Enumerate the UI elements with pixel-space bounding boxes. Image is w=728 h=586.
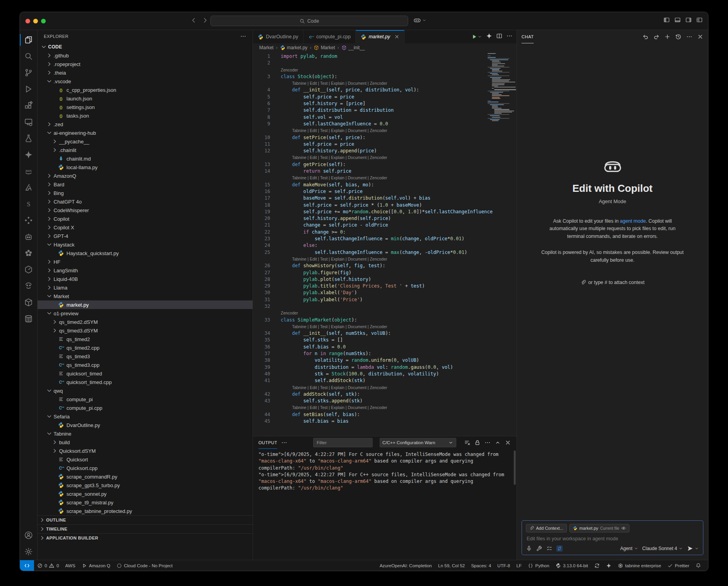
status-sparkle-status[interactable] (603, 560, 615, 571)
tree-file[interactable]: scrape_commandR.py (38, 472, 253, 481)
tree-folder[interactable]: LangSmith (38, 266, 253, 275)
breadcrumb-item[interactable]: Market (259, 45, 274, 50)
tree-folder[interactable]: Tabnine (38, 429, 253, 438)
status-aws[interactable]: AWS (62, 560, 79, 571)
tree-folder[interactable]: .zed (38, 120, 253, 129)
activity-container-tool[interactable] (20, 311, 38, 327)
navigate-back-icon[interactable] (190, 17, 197, 23)
tree-folder[interactable]: Copilot X (38, 223, 253, 232)
activity-testing[interactable] (20, 130, 38, 146)
eye-icon[interactable] (621, 526, 626, 531)
breadcrumb-item[interactable]: __init__ (341, 45, 365, 50)
tree-folder[interactable]: __pycache__ (38, 137, 253, 146)
codelens-row[interactable]: Tabnine | Edit | Test | Explain | Docume… (253, 256, 516, 263)
tree-folder[interactable]: Bing (38, 189, 253, 197)
tree-file[interactable]: compute_pi (38, 395, 253, 404)
status-tabnine[interactable]: tabnine enterprise (615, 560, 664, 571)
activity-aws-toolkit[interactable]: aws (20, 163, 38, 179)
activity-hex-tool[interactable] (20, 261, 38, 278)
model-picker[interactable]: Claude Sonnet 4 (642, 546, 683, 551)
customize-layout-icon[interactable] (696, 17, 703, 23)
close-chat-icon[interactable] (697, 34, 703, 40)
tree-folder[interactable]: .theia (38, 68, 253, 77)
tree-file[interactable]: quicksort_timed (38, 369, 253, 378)
run-python-file-button[interactable] (471, 34, 482, 40)
tree-folder[interactable]: qs_timed3.dSYM (38, 326, 253, 335)
tree-file[interactable]: {}c_cpp_properties.json (38, 86, 253, 94)
activity-search[interactable] (20, 48, 38, 64)
lock-scrolling-icon[interactable] (474, 440, 481, 446)
output-log[interactable]: "o-time">[6/9/2025, 4:22:27 PM] For C so… (253, 449, 516, 560)
tree-folder[interactable]: Quicksort.dSYM (38, 447, 253, 455)
sidebar-section-timeline[interactable]: TIMELINE (38, 524, 253, 533)
activity-smiley-assistant[interactable] (20, 278, 38, 294)
codelens-row[interactable]: Tabnine | Edit | Test | Explain | Docume… (253, 175, 516, 181)
tree-folder[interactable]: CodeWhisperer (38, 206, 253, 214)
status-language-mode[interactable]: Python (525, 560, 552, 571)
status-python-interpreter[interactable]: 3.13.0 64-bit (552, 560, 591, 571)
tree-file[interactable]: {}tasks.json (38, 111, 253, 120)
tree-file[interactable]: scrape_tabnine_protected.py (38, 507, 253, 515)
more-actions-icon[interactable] (686, 34, 692, 40)
tree-folder[interactable]: Llama (38, 283, 253, 292)
tree-folder[interactable]: .github (38, 51, 253, 60)
activity-petal-cluster[interactable] (20, 245, 38, 261)
chat-history-icon[interactable] (675, 34, 681, 40)
tree-folder[interactable]: build (38, 438, 253, 447)
tree-file[interactable]: scrape_t9_mistral.py (38, 498, 253, 507)
activity-diamonds[interactable] (20, 212, 38, 229)
maximize-panel-icon[interactable] (495, 440, 501, 446)
activity-source-control[interactable] (20, 64, 38, 81)
minimap[interactable] (488, 53, 513, 121)
codelens-row[interactable]: Tabnine | Edit | Test | Explain | Docume… (253, 404, 516, 411)
codelens-row[interactable]: Tabnine | Edit | Test | Explain | Docume… (253, 384, 516, 391)
toggle-primary-sidebar-icon[interactable] (663, 17, 670, 23)
chat-input-placeholder[interactable]: Edit files in your workspace in agent mo… (527, 536, 698, 541)
tree-folder[interactable]: AmazonQ (38, 172, 253, 180)
status-eol[interactable]: LF (513, 560, 525, 571)
command-center-search[interactable]: Code (210, 16, 408, 26)
activity-robot-assistant[interactable] (20, 229, 38, 245)
tree-file[interactable]: C++qs_timed3.cpp (38, 361, 253, 369)
activity-extensions[interactable] (20, 97, 38, 114)
activity-run-and-debug[interactable] (20, 81, 38, 97)
explorer-more-actions-icon[interactable] (240, 33, 246, 39)
activity-azure[interactable] (20, 179, 38, 196)
split-editor-button[interactable] (496, 33, 502, 41)
tree-folder[interactable]: Haystack (38, 240, 253, 249)
editor-tab-DvarOutline.py[interactable]: DvarOutline.py (253, 30, 303, 43)
tree-file[interactable]: DvarOutline.py (38, 421, 253, 429)
tree-file[interactable]: scrape_gpt3.5_turbo.py (38, 481, 253, 490)
tree-folder[interactable]: Bard (38, 180, 253, 189)
auto-approve-icon[interactable] (556, 545, 563, 552)
tree-file[interactable]: {}settings.json (38, 103, 253, 111)
codelens-row[interactable]: Tabnine | Edit | Test | Explain | Docume… (253, 80, 516, 87)
close-tab-icon[interactable] (394, 34, 400, 39)
chat-title[interactable]: CHAT (522, 30, 534, 43)
tree-folder[interactable]: Copilot (38, 214, 253, 223)
tree-file[interactable]: chainlit.md (38, 154, 253, 163)
codelens-row[interactable]: Zencoder (253, 67, 516, 73)
tree-folder[interactable]: ai-engineering-hub (38, 129, 253, 137)
status-cursor-position[interactable]: Ln 59, Col 52 (435, 560, 468, 571)
codelens-row[interactable]: Zencoder (253, 310, 516, 316)
status-remote-indicator[interactable] (20, 560, 34, 571)
output-scrollbar[interactable] (514, 450, 516, 485)
more-actions-button[interactable] (506, 33, 513, 41)
status-notifications[interactable] (692, 560, 704, 571)
status-indentation[interactable]: Spaces: 4 (468, 560, 494, 571)
copilot-titlebar-button[interactable] (413, 16, 427, 24)
output-filter-input[interactable]: Filter (313, 438, 373, 447)
activity-remote-explorer[interactable] (20, 114, 38, 130)
sidebar-section-application-builder[interactable]: APPLICATION BUILDER (38, 533, 253, 542)
navigate-forward-icon[interactable] (202, 17, 208, 23)
panel-more-tabs-icon[interactable] (281, 440, 287, 446)
tree-folder[interactable]: GPT-4 (38, 232, 253, 240)
tree-file[interactable]: scrape_sonnet.py (38, 490, 253, 498)
status-amazon-q[interactable]: Amazon Q (79, 560, 113, 571)
tree-folder[interactable]: qwq (38, 386, 253, 395)
close-window-button[interactable] (25, 19, 30, 23)
tree-file[interactable]: C++quicksort_timed.cpp (38, 378, 253, 386)
output-channel-select[interactable]: C/C++ Configuration Warn (380, 438, 456, 447)
breadcrumb-item[interactable]: Market (314, 45, 335, 50)
